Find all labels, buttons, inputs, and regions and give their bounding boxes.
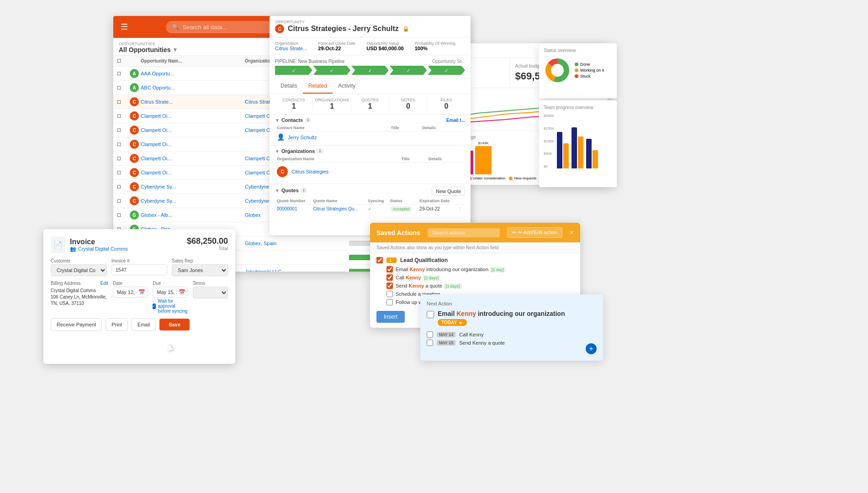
stat-notes: NOTES 0 [389,98,427,110]
row-checkbox[interactable]: ☐ [117,199,130,204]
quote-number[interactable]: 00000001 [277,206,297,211]
action-text-2: Call Kenny [2 days] [396,275,440,280]
receive-payment-button[interactable]: Receive Payment [51,318,102,331]
row-checkbox[interactable]: ☐ [117,85,130,90]
email-link[interactable]: Email t... [446,118,465,123]
org-row: C Citrus Strategies [275,163,465,181]
row-checkbox[interactable]: ☐ [117,184,130,189]
quote-more-icon[interactable]: ⋮ [458,206,462,211]
edit-link[interactable]: Edit [101,281,108,286]
customer-select[interactable]: Crystal Digital Comms [51,264,107,276]
invoice-doc-icon: 📄 [51,236,65,253]
org-name[interactable]: Citrus Strategies [291,169,328,174]
row-checkbox[interactable]: ☐ [117,156,130,161]
contacts-table: Contact Name Title Details 👤 Jerry Schul… [275,125,465,142]
billing-address-header: Billing Address Edit [51,281,108,286]
tab-related[interactable]: Related [303,79,333,94]
avatar: A [130,69,139,78]
invoice-num-input[interactable] [111,264,168,275]
action-checkbox-3[interactable] [386,283,393,289]
avatar: C [130,168,139,177]
stat-contacts: CONTACTS 1 [275,98,313,110]
close-saved-actions-button[interactable]: × [570,229,574,237]
email-button[interactable]: Email [132,318,156,331]
next-action-add-button[interactable]: + [586,343,597,354]
team-progress-title: Team progress overview [544,105,612,110]
action-item-2: Call Kenny [2 days] [386,273,574,282]
row-checkbox[interactable]: ☐ [117,100,130,105]
wait-approval: ✓ Wait for approval before syncing [153,299,188,314]
invoice-company: 👥 Crystal Digital Comms [70,246,128,252]
pipeline-label: PIPELINE: New Business Pipeline Opportun… [275,59,465,64]
new-quote-button[interactable]: New Quote [432,187,465,196]
check-all[interactable]: ☐ [117,58,130,63]
bar-navy-2 [572,127,577,168]
group-badge: 1 · [386,257,397,263]
bar-orange-2 [578,136,583,168]
search-icon: 🔍 [172,24,179,30]
detail-tabs: Details Related Activity [270,79,471,94]
pencil-icon: ✏ [512,230,516,236]
meta-probability: Probability Of Winning 100% [415,41,455,51]
org-header-row: Organization Name Title Details [275,156,465,163]
next-action-items: MAY 14 Call Kenny MAY 15 Send Kenny a qu… [427,330,597,347]
quote-name[interactable]: Citrus Strategies Qu... [313,206,358,211]
search-input[interactable] [183,24,274,31]
forecast-bar-4 [475,146,492,174]
row-checkbox[interactable]: ☐ [117,142,130,147]
tab-details[interactable]: Details [275,79,303,94]
dropdown-arrow[interactable]: ▼ [173,47,178,53]
invoice-amount: $68,250.00 Total [187,236,228,251]
next-action-checkbox[interactable] [427,311,434,318]
sales-rep-field: Sales Rep Sam Jones [172,258,228,276]
stage-3: ✓ [351,66,389,75]
contacts-section: ▼ Contacts i Email t... Contact Name Tit… [270,115,471,146]
row-checkbox[interactable]: ☐ [117,128,130,133]
contacts-badge: i [305,117,312,123]
insert-button[interactable]: Insert [376,311,405,323]
avatar: C [130,182,139,191]
arrow-icon: ► [459,320,463,325]
tab-activity[interactable]: Activity [333,79,361,94]
contacts-section-title: ▼ Contacts i Email t... [275,117,465,123]
action-checkbox-4[interactable] [386,291,393,297]
hamburger-icon[interactable]: ☰ [121,22,128,32]
date-terms-section: Date 📅 Due 📅 ✓ Wait for approval before … [113,281,228,314]
quotes-section: ▼ Quotes i New Quote Quote Number Quote … [270,184,471,216]
meta-value: Opportunity Value USD $40,000.00 [366,41,403,51]
legend-done: Done [575,62,604,67]
sales-rep-select[interactable]: Sam Jones [172,264,228,276]
opp-org: Globex, Spain [245,241,349,246]
action-checkbox-1[interactable] [386,266,393,273]
row-checkbox[interactable]: ☐ [117,213,130,218]
group-checkbox[interactable] [376,257,383,263]
forecast-bar-group-4: $149K [475,141,492,174]
row-checkbox[interactable]: ☐ [117,71,130,76]
status-overview-title: Status overview [544,48,612,53]
org-avatar: C [277,166,288,177]
action-checkbox-5[interactable] [386,299,393,305]
action-group-title: 1 · Lead Qualification [376,257,574,263]
meta-org: Organization Citrus Strate... [275,41,307,51]
add-edit-action-button[interactable]: ✏ ✏ Add/Edit action [507,227,562,238]
item-text-2: Send Kenny a quote [459,340,505,346]
action-checkbox-2[interactable] [386,274,393,281]
item-checkbox-2[interactable] [427,340,433,346]
bar-chart [557,114,598,168]
opportunity-detail-panel: OPPORTUNITY C Citrus Strategies - Jerry … [270,16,471,235]
print-button[interactable]: Print [106,318,128,331]
address-text: Crystal Digital Comms 106 Caney Ln, McMi… [51,288,108,307]
save-button[interactable]: Save [159,319,190,330]
lock-icon: 🔒 [402,26,409,32]
terms-select[interactable] [193,287,228,299]
invoice-header: 📄 Invoice 👥 Crystal Digital Comms $68,25… [51,236,228,253]
next-action-item-2: MAY 15 Send Kenny a quote [427,339,597,347]
status-overview-panel: Status overview Done Working on it Stuck [539,43,617,98]
row-checkbox[interactable]: ☐ [117,170,130,175]
action-item-3: Send Kenny a quote [3 days] [386,282,574,290]
saved-actions-search[interactable] [428,228,500,237]
contact-name[interactable]: Jerry Schultz [288,135,317,140]
row-checkbox[interactable]: ☐ [117,114,130,119]
opp-name: Clampett Oi... [141,127,245,133]
item-checkbox-1[interactable] [427,331,433,338]
